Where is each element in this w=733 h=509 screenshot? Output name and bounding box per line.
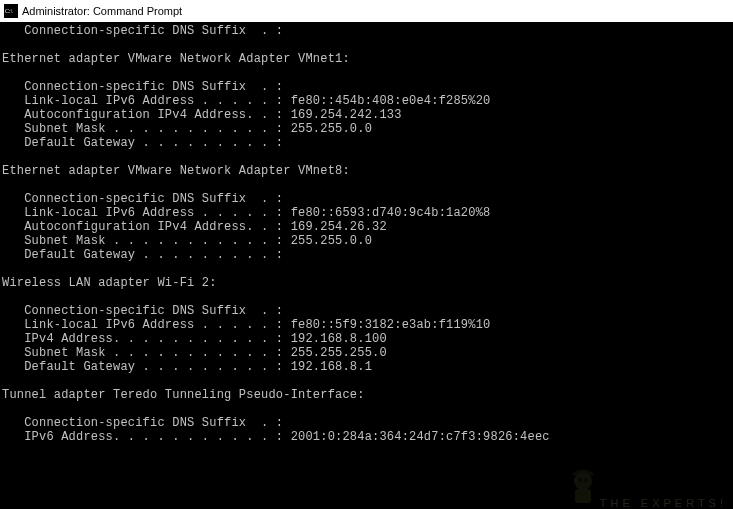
output-line: IPv6 Address. . . . . . . . . . . : 2001… (2, 430, 550, 444)
adapter-header: Ethernet adapter VMware Network Adapter … (2, 164, 350, 178)
output-line: Link-local IPv6 Address . . . . . : fe80… (2, 318, 490, 332)
output-line: Subnet Mask . . . . . . . . . . . : 255.… (2, 122, 372, 136)
svg-point-5 (584, 478, 588, 482)
svg-text:C:\: C:\ (5, 8, 13, 14)
svg-point-4 (578, 478, 582, 482)
output-line: Connection-specific DNS Suffix . : (2, 24, 283, 38)
cmd-icon: C:\ (4, 4, 18, 18)
output-line: Connection-specific DNS Suffix . : (2, 304, 283, 318)
window-title: Administrator: Command Prompt (22, 5, 182, 17)
output-line: Connection-specific DNS Suffix . : (2, 192, 283, 206)
adapter-header: Wireless LAN adapter Wi-Fi 2: (2, 276, 217, 290)
output-line: Connection-specific DNS Suffix . : (2, 416, 283, 430)
output-line: Link-local IPv6 Address . . . . . : fe80… (2, 94, 490, 108)
titlebar[interactable]: C:\ Administrator: Command Prompt (0, 0, 733, 22)
watermark-text: THE EXPERTS! (600, 497, 727, 509)
output-line: Subnet Mask . . . . . . . . . . . : 255.… (2, 346, 387, 360)
svg-point-2 (574, 472, 592, 490)
svg-rect-3 (575, 489, 591, 503)
adapter-header: Tunnel adapter Teredo Tunneling Pseudo-I… (2, 388, 365, 402)
output-line: Autoconfiguration IPv4 Address. . : 169.… (2, 108, 402, 122)
adapter-header: Ethernet adapter VMware Network Adapter … (2, 52, 350, 66)
output-line: IPv4 Address. . . . . . . . . . . : 192.… (2, 332, 387, 346)
output-line: Default Gateway . . . . . . . . . : 192.… (2, 360, 372, 374)
output-line: Default Gateway . . . . . . . . . : (2, 136, 283, 150)
watermark-mascot-icon (563, 467, 603, 507)
output-line: Connection-specific DNS Suffix . : (2, 80, 283, 94)
output-line: Subnet Mask . . . . . . . . . . . : 255.… (2, 234, 372, 248)
output-line: Autoconfiguration IPv4 Address. . : 169.… (2, 220, 387, 234)
output-line: Link-local IPv6 Address . . . . . : fe80… (2, 206, 490, 220)
output-line: Default Gateway . . . . . . . . . : (2, 248, 283, 262)
terminal-output[interactable]: Connection-specific DNS Suffix . : Ether… (0, 22, 733, 446)
